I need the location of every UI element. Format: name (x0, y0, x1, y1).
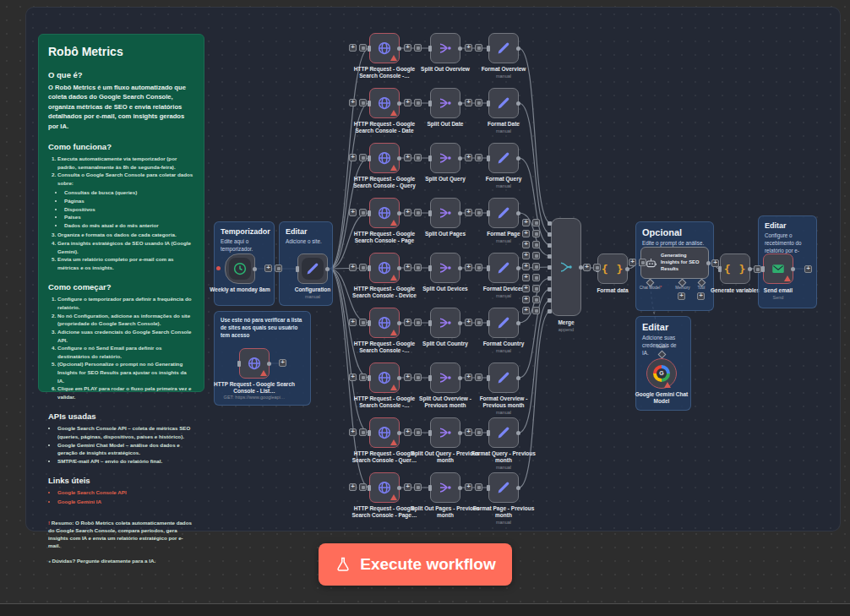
link-google-gemini-ia[interactable]: Google Gemini IA (57, 498, 194, 507)
link-google-search-console-api[interactable]: Google Search Console API (57, 488, 194, 498)
connection-button[interactable] (414, 99, 422, 106)
connection-button[interactable] (475, 483, 482, 491)
node-split-out[interactable] (430, 363, 460, 393)
add-node-button[interactable] (522, 252, 530, 259)
execute-workflow-button[interactable]: Execute workflow (319, 543, 512, 586)
add-node-button[interactable] (264, 264, 272, 272)
add-node-button[interactable] (349, 373, 357, 381)
node-http-request[interactable] (369, 253, 400, 283)
connection-button[interactable] (475, 373, 482, 381)
connection-button[interactable] (359, 99, 367, 106)
connection-button[interactable] (475, 99, 482, 106)
node-google-gemini-chat-model[interactable] (646, 358, 677, 389)
connection-button[interactable] (532, 252, 540, 259)
add-node-button[interactable] (404, 319, 411, 326)
node-http-request[interactable] (369, 363, 400, 393)
connection-button[interactable] (475, 428, 482, 436)
node-http-request[interactable] (369, 308, 400, 338)
connection-button[interactable] (414, 209, 422, 216)
workflow-canvas[interactable]: Robô Metrics O que é? O Robô Metrics é u… (0, 0, 850, 616)
connection-button[interactable] (639, 259, 646, 266)
add-node-button[interactable] (279, 359, 286, 367)
node-split-out[interactable] (430, 472, 460, 503)
add-node-button[interactable] (349, 44, 357, 52)
node-split-out[interactable] (430, 417, 460, 448)
node-http-request[interactable] (369, 33, 400, 63)
add-node-button[interactable] (522, 296, 530, 303)
add-node-button[interactable] (404, 428, 411, 436)
add-node-button[interactable] (465, 154, 472, 161)
node-split-out[interactable] (430, 198, 460, 228)
connection-button[interactable] (532, 307, 540, 314)
add-node-button[interactable] (404, 373, 411, 381)
add-node-button[interactable] (522, 219, 530, 226)
node-format[interactable] (488, 33, 519, 63)
connection-button[interactable] (754, 265, 761, 273)
node-format[interactable] (488, 198, 519, 228)
connection-button[interactable] (414, 483, 422, 491)
connection-button[interactable] (414, 154, 422, 161)
add-node-button[interactable] (349, 319, 357, 326)
node-split-out[interactable] (430, 253, 460, 283)
connection-button[interactable] (359, 264, 367, 271)
add-node-button[interactable] (404, 264, 411, 271)
connection-button[interactable] (532, 296, 540, 303)
node-format[interactable] (488, 88, 519, 118)
add-node-button[interactable] (465, 428, 472, 436)
connection-button[interactable] (532, 274, 540, 281)
add-node-button[interactable] (404, 99, 411, 106)
connection-button[interactable] (414, 264, 422, 271)
node-format[interactable] (488, 417, 519, 448)
add-node-button[interactable] (349, 428, 357, 436)
node-http-request[interactable] (369, 143, 400, 173)
connection-button[interactable] (414, 373, 422, 381)
node-format[interactable] (488, 308, 519, 338)
connection-button[interactable] (359, 44, 367, 52)
connection-button[interactable] (475, 44, 482, 52)
connection-button[interactable] (414, 319, 422, 326)
connection-button[interactable] (359, 209, 367, 216)
add-node-button[interactable] (465, 99, 472, 106)
node-http-request[interactable] (369, 417, 400, 448)
node-split-out[interactable] (430, 143, 460, 173)
add-node-button[interactable] (711, 259, 719, 267)
connection-button[interactable] (475, 264, 482, 271)
node-http-request-list[interactable] (239, 348, 270, 379)
add-node-button[interactable] (465, 483, 472, 491)
node-split-out[interactable] (430, 88, 460, 118)
connection-button[interactable] (414, 44, 422, 52)
add-node-button[interactable] (697, 292, 705, 300)
connection-button[interactable] (532, 285, 540, 292)
node-format[interactable] (488, 472, 519, 503)
add-node-button[interactable] (465, 44, 472, 52)
connection-button[interactable] (414, 428, 422, 436)
add-node-button[interactable] (404, 483, 411, 491)
add-node-button[interactable] (349, 264, 357, 271)
node-http-request[interactable] (369, 472, 400, 503)
node-send-email[interactable] (763, 253, 793, 284)
add-node-button[interactable] (465, 319, 472, 326)
node-schedule-trigger[interactable] (225, 253, 255, 284)
node-format[interactable] (488, 253, 519, 283)
connection-button[interactable] (475, 209, 482, 216)
add-node-button[interactable] (629, 259, 636, 266)
node-format-data[interactable]: { } (597, 253, 628, 284)
add-node-button[interactable] (465, 209, 472, 216)
sticky-note-robo-metrics[interactable]: Robô Metrics O que é? O Robô Metrics é u… (38, 34, 204, 392)
add-node-button[interactable] (804, 265, 812, 273)
node-generate-variables[interactable]: { } (720, 253, 750, 284)
add-node-button[interactable] (583, 264, 591, 271)
add-node-button[interactable] (522, 263, 530, 270)
connection-button[interactable] (532, 219, 540, 226)
add-node-button[interactable] (349, 154, 357, 161)
node-merge[interactable] (551, 218, 581, 316)
connection-button[interactable] (359, 373, 367, 381)
add-node-button[interactable] (465, 373, 472, 381)
connection-button[interactable] (359, 483, 367, 491)
add-node-button[interactable] (349, 483, 357, 491)
add-node-button[interactable] (465, 264, 472, 271)
connection-button[interactable] (359, 428, 367, 436)
add-node-button[interactable] (404, 209, 411, 216)
add-node-button[interactable] (522, 274, 530, 281)
connection-button[interactable] (475, 319, 482, 326)
